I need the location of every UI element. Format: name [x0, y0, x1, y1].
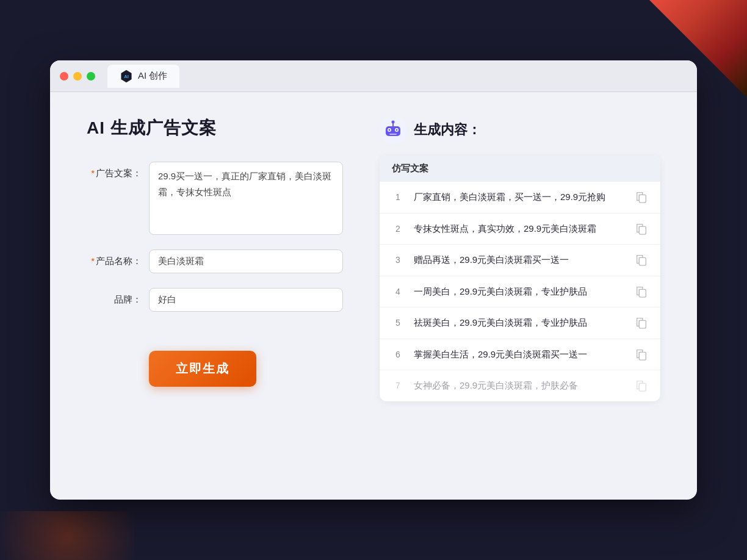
traffic-lights — [60, 72, 95, 81]
tab-label: AI 创作 — [138, 70, 167, 82]
ad-copy-label: *广告文案： — [87, 162, 142, 179]
svg-rect-11 — [639, 195, 646, 203]
result-number: 1 — [392, 192, 404, 202]
result-number: 6 — [392, 350, 404, 359]
product-name-group: *产品名称： — [87, 249, 343, 273]
result-row: 3赠品再送，29.9元美白淡斑霜买一送一 — [380, 245, 660, 276]
svg-rect-16 — [639, 352, 646, 360]
left-panel: AI 生成广告文案 *广告文案： *产品名称： 品牌： 立 — [87, 117, 343, 464]
result-number: 5 — [392, 318, 404, 328]
result-text: 一周美白，29.9元美白淡斑霜，专业护肤品 — [414, 285, 625, 299]
result-row: 1厂家直销，美白淡斑霜，买一送一，29.9元抢购 — [380, 182, 660, 214]
ai-tab[interactable]: AI AI 创作 — [107, 65, 179, 88]
brand-label: 品牌： — [87, 288, 142, 306]
product-name-label: *产品名称： — [87, 249, 142, 267]
svg-point-6 — [389, 129, 391, 131]
main-content: AI 生成广告文案 *广告文案： *产品名称： 品牌： 立 — [50, 92, 697, 489]
title-bar: AI AI 创作 — [50, 60, 697, 92]
product-name-input[interactable] — [149, 249, 343, 273]
result-row: 5祛斑美白，29.9元美白淡斑霜，专业护肤品 — [380, 307, 660, 339]
svg-point-7 — [396, 129, 398, 131]
copy-icon[interactable] — [635, 253, 648, 267]
result-text: 掌握美白生活，29.9元美白淡斑霜买一送一 — [414, 348, 625, 362]
brand-input[interactable] — [149, 288, 343, 312]
result-text: 厂家直销，美白淡斑霜，买一送一，29.9元抢购 — [414, 190, 625, 204]
ad-copy-group: *广告文案： — [87, 162, 343, 235]
copy-icon[interactable] — [635, 316, 648, 329]
ai-logo-icon: AI — [120, 70, 133, 83]
ad-copy-textarea[interactable] — [149, 162, 343, 235]
results-list: 1厂家直销，美白淡斑霜，买一送一，29.9元抢购 2专抹女性斑点，真实功效，29… — [380, 182, 660, 401]
generate-button[interactable]: 立即生成 — [149, 351, 256, 387]
results-header-section: 生成内容： — [380, 117, 660, 143]
robot-icon — [380, 117, 406, 143]
svg-rect-14 — [639, 289, 646, 297]
result-number: 3 — [392, 255, 404, 265]
brand-group: 品牌： — [87, 288, 343, 312]
result-row: 7女神必备，29.9元美白淡斑霜，护肤必备 — [380, 370, 660, 401]
svg-rect-12 — [639, 226, 646, 234]
svg-text:AI: AI — [124, 74, 129, 79]
page-title: AI 生成广告文案 — [87, 117, 343, 140]
result-number: 4 — [392, 287, 404, 296]
result-number: 7 — [392, 381, 404, 390]
result-text: 女神必备，29.9元美白淡斑霜，护肤必备 — [414, 379, 625, 393]
result-row: 2专抹女性斑点，真实功效，29.9元美白淡斑霜 — [380, 214, 660, 245]
results-container: 仿写文案 1厂家直销，美白淡斑霜，买一送一，29.9元抢购 2专抹女性斑点，真实… — [380, 156, 660, 401]
results-title: 生成内容： — [414, 121, 481, 139]
copy-icon[interactable] — [635, 190, 648, 204]
result-number: 2 — [392, 224, 404, 234]
svg-rect-17 — [639, 384, 646, 392]
bg-decoration-bottom-left — [0, 511, 134, 560]
copy-icon[interactable] — [635, 348, 648, 361]
copy-icon[interactable] — [635, 222, 648, 235]
maximize-button[interactable] — [87, 72, 95, 81]
svg-rect-13 — [639, 258, 646, 266]
result-text: 赠品再送，29.9元美白淡斑霜买一送一 — [414, 253, 625, 267]
result-row: 6掌握美白生活，29.9元美白淡斑霜买一送一 — [380, 339, 660, 371]
copy-icon[interactable] — [635, 379, 648, 392]
svg-rect-10 — [389, 134, 397, 135]
required-star-2: * — [91, 256, 95, 266]
required-star-1: * — [91, 168, 95, 178]
result-row: 4一周美白，29.9元美白淡斑霜，专业护肤品 — [380, 276, 660, 308]
result-text: 专抹女性斑点，真实功效，29.9元美白淡斑霜 — [414, 222, 625, 236]
result-text: 祛斑美白，29.9元美白淡斑霜，专业护肤品 — [414, 316, 625, 330]
svg-rect-15 — [639, 321, 646, 329]
svg-point-9 — [392, 121, 395, 124]
results-column-header: 仿写文案 — [380, 156, 660, 182]
browser-window: AI AI 创作 AI 生成广告文案 *广告文案： *产品名称： — [50, 60, 697, 500]
copy-icon[interactable] — [635, 285, 648, 298]
right-panel: 生成内容： 仿写文案 1厂家直销，美白淡斑霜，买一送一，29.9元抢购 2专抹女… — [380, 117, 660, 464]
minimize-button[interactable] — [73, 72, 82, 81]
close-button[interactable] — [60, 72, 68, 81]
